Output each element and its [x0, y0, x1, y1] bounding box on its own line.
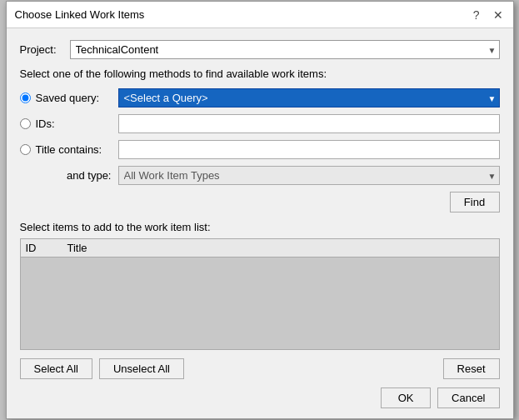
table-header: ID Title	[21, 239, 499, 258]
title-contains-field-col	[118, 140, 500, 159]
dialog-title: Choose Linked Work Items	[15, 8, 145, 21]
bottom-buttons-row: Select All Unselect All Reset	[20, 358, 500, 379]
saved-query-field-col: <Select a Query> ▼	[118, 88, 500, 108]
ids-input[interactable]	[118, 114, 500, 133]
dialog: Choose Linked Work Items ? ✕ Project: Te…	[6, 1, 514, 419]
project-select[interactable]: TechnicalContent	[70, 40, 500, 59]
work-items-label: Select items to add to the work item lis…	[20, 221, 500, 233]
table-id-header: ID	[26, 242, 67, 254]
ids-row: IDs:	[20, 114, 500, 133]
title-contains-label-col: Title contains:	[20, 143, 118, 156]
ids-label-col: IDs:	[20, 118, 118, 130]
and-type-row: and type: All Work Item Types ▼	[20, 166, 500, 185]
find-button[interactable]: Find	[450, 192, 500, 212]
and-type-label: and type:	[20, 169, 118, 182]
table-body	[21, 258, 499, 349]
project-select-wrap: TechnicalContent ▼	[70, 40, 500, 59]
title-contains-row: Title contains:	[20, 140, 500, 159]
ok-button[interactable]: OK	[381, 388, 431, 408]
project-label: Project:	[20, 43, 70, 56]
select-all-button[interactable]: Select All	[20, 358, 92, 379]
and-type-select[interactable]: All Work Item Types	[118, 166, 500, 185]
cancel-button[interactable]: Cancel	[437, 388, 499, 408]
bottom-left-buttons: Select All Unselect All	[20, 358, 184, 379]
ok-cancel-row: OK Cancel	[20, 388, 500, 408]
saved-query-radio[interactable]	[20, 92, 31, 103]
saved-query-label: Saved query:	[36, 92, 100, 104]
work-item-table: ID Title	[20, 238, 500, 350]
project-row: Project: TechnicalContent ▼	[20, 40, 500, 59]
and-type-col: All Work Item Types ▼	[118, 166, 500, 185]
title-contains-input[interactable]	[118, 140, 500, 159]
table-title-header: Title	[67, 242, 494, 254]
dialog-body: Project: TechnicalContent ▼ Select one o…	[7, 28, 513, 418]
ids-radio[interactable]	[20, 118, 31, 129]
title-contains-label: Title contains:	[36, 143, 102, 156]
title-bar: Choose Linked Work Items ? ✕	[7, 2, 513, 28]
title-contains-radio[interactable]	[20, 144, 31, 155]
title-bar-controls: ? ✕	[472, 9, 505, 21]
help-button[interactable]: ?	[472, 9, 482, 21]
unselect-all-button[interactable]: Unselect All	[99, 358, 184, 379]
saved-query-select[interactable]: <Select a Query>	[118, 88, 500, 108]
instructions-text: Select one of the following methods to f…	[20, 68, 500, 80]
close-button[interactable]: ✕	[492, 9, 505, 21]
saved-query-label-col: Saved query:	[20, 92, 118, 104]
saved-query-row: Saved query: <Select a Query> ▼	[20, 88, 500, 108]
reset-button[interactable]: Reset	[443, 358, 500, 379]
find-button-row: Find	[20, 192, 500, 212]
bottom-right-buttons: Reset	[443, 358, 500, 379]
ids-label: IDs:	[36, 118, 55, 130]
ids-field-col	[118, 114, 500, 133]
